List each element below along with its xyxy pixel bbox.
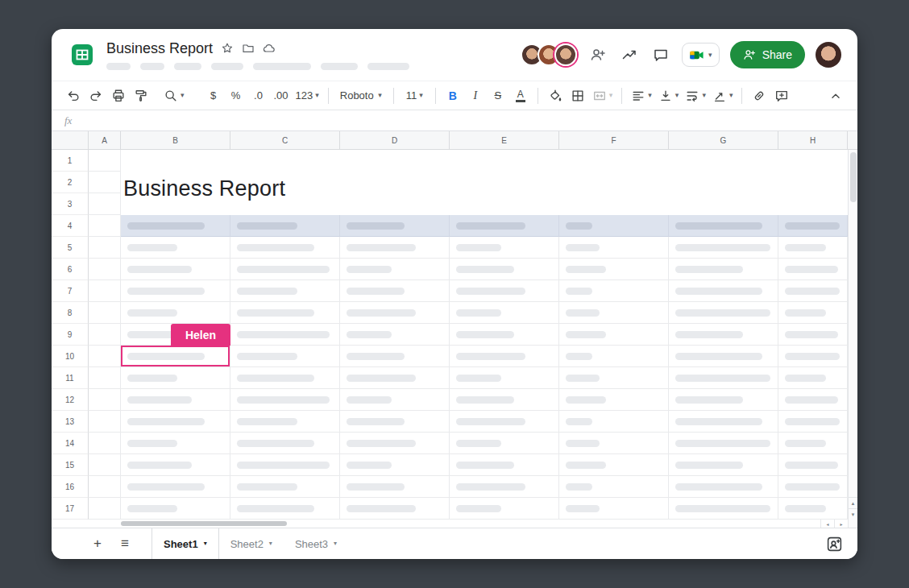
decrease-decimal-button[interactable]: .0 [248,85,269,106]
cell[interactable] [340,346,450,367]
cell[interactable] [340,498,450,520]
cell[interactable] [340,215,450,237]
sheet-tab-sheet3[interactable]: Sheet3▾ [284,528,348,559]
row-header[interactable]: 8 [52,302,89,324]
row-header[interactable]: 15 [52,454,89,476]
column-header[interactable]: G [669,131,778,149]
cell[interactable] [450,215,559,237]
font-size-select[interactable]: 11▾ [401,85,429,106]
cell[interactable] [669,367,778,389]
cell[interactable] [121,280,230,302]
cell[interactable] [230,454,340,476]
column-header[interactable]: C [230,131,340,149]
cell[interactable] [778,346,848,367]
cell[interactable] [89,389,121,411]
format-percent-button[interactable]: % [226,85,247,106]
cell[interactable] [450,389,559,411]
column-header[interactable]: D [340,131,450,149]
vertical-scrollbar[interactable]: ▲ ▼ [848,150,857,520]
number-format-button[interactable]: 123▾ [293,85,322,106]
cell[interactable] [121,302,230,324]
cell[interactable] [669,324,778,346]
cell[interactable] [669,454,778,476]
undo-button[interactable] [63,85,84,106]
cell[interactable] [89,193,121,215]
cell[interactable] [559,259,669,280]
cell[interactable] [559,324,669,346]
cell[interactable] [340,411,450,433]
cell[interactable] [230,476,340,498]
add-collaborator-icon[interactable] [587,44,608,65]
sheets-logo-icon[interactable] [71,43,93,66]
cell[interactable] [230,237,340,259]
cell[interactable] [340,433,450,454]
row-header[interactable]: 5 [52,237,89,259]
cell[interactable] [230,498,340,520]
cell[interactable] [559,411,669,433]
row-header[interactable]: 1 [52,150,89,172]
cell[interactable] [450,433,559,454]
cell[interactable] [89,433,121,454]
cell[interactable] [778,259,848,280]
cell[interactable] [340,454,450,476]
add-comment-button[interactable] [771,85,792,106]
profile-avatar[interactable] [816,42,841,68]
all-sheets-menu-button[interactable]: ≡ [114,533,135,554]
scroll-right-icon[interactable]: ▸ [834,520,848,528]
cell[interactable] [121,215,230,237]
row-header[interactable]: 4 [52,215,89,237]
horizontal-align-button[interactable]: ▾ [629,85,654,106]
cell[interactable] [89,454,121,476]
row-header[interactable]: 11 [52,367,89,389]
text-rotation-button[interactable]: ▾ [710,85,736,106]
cell[interactable] [230,280,340,302]
cell[interactable] [89,215,121,237]
row-header[interactable]: 16 [52,476,89,498]
star-icon[interactable] [221,42,234,55]
cell[interactable] [669,411,778,433]
column-header[interactable]: H [778,131,848,149]
column-header[interactable]: F [559,131,669,149]
cell[interactable] [778,389,848,411]
cell[interactable] [121,476,230,498]
print-button[interactable] [108,85,129,106]
cell[interactable] [669,280,778,302]
cell[interactable] [230,324,340,346]
cell[interactable] [121,454,230,476]
font-family-select[interactable]: Roboto▾ [335,85,387,106]
cell[interactable] [230,367,340,389]
cell[interactable] [230,389,340,411]
cell[interactable] [121,411,230,433]
cell[interactable] [121,433,230,454]
cell[interactable] [778,324,848,346]
bold-button[interactable]: B [442,85,463,106]
redo-button[interactable] [85,85,106,106]
cell[interactable] [450,498,559,520]
cell[interactable] [89,302,121,324]
row-header[interactable]: 17 [52,498,89,520]
cell[interactable] [121,389,230,411]
cell[interactable] [89,237,121,259]
cell[interactable] [89,476,121,498]
italic-button[interactable]: I [465,85,486,106]
cell[interactable] [230,346,340,367]
cell[interactable] [778,498,848,520]
zoom-button[interactable]: ▾ [161,85,187,106]
cell[interactable] [450,302,559,324]
scroll-left-icon[interactable]: ◂ [820,520,834,528]
row-header[interactable]: 14 [52,433,89,454]
cell[interactable] [450,237,559,259]
cell[interactable] [340,302,450,324]
menu-item-redacted[interactable] [174,63,201,70]
menu-item-redacted[interactable] [211,63,243,70]
cell[interactable] [778,454,848,476]
sheet-tab-sheet2[interactable]: Sheet2▾ [219,528,284,559]
move-folder-icon[interactable] [242,42,255,55]
paint-format-button[interactable] [131,85,152,106]
cell[interactable] [89,172,121,193]
cell[interactable] [669,259,778,280]
cell[interactable] [559,302,669,324]
collaborator-avatar[interactable] [554,43,577,66]
cell[interactable] [450,324,559,346]
scroll-up-icon[interactable]: ▲ [849,497,857,508]
